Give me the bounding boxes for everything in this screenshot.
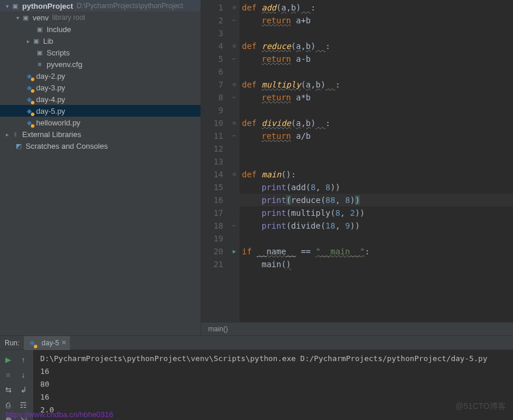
tree-project-root[interactable]: ▾ ▣ pythonProject D:\PycharmProjects\pyt…: [0, 0, 201, 12]
python-file-icon: ◆: [24, 71, 34, 80]
tree-file[interactable]: ◆day-5.py: [0, 105, 201, 117]
tree-file[interactable]: ◆day-4.py: [0, 93, 201, 105]
run-toolbar: ▶ ↑ ■ ↓ ⇆ ↲ ⎙ ☶ 🗑 ⇲: [0, 350, 33, 420]
python-file-icon: ◆: [24, 118, 34, 127]
line-number-gutter[interactable]: 123456789101112131415161718192021: [201, 0, 229, 322]
library-icon: ⫴: [10, 130, 20, 139]
folder-icon: ▣: [35, 48, 44, 57]
tree-file[interactable]: ◆day-3.py: [0, 82, 201, 93]
run-panel-label: Run:: [0, 339, 24, 347]
soft-wrap-button[interactable]: ↲: [16, 383, 30, 397]
run-tab-bar: Run: ◆ day-5 ✕: [0, 336, 513, 350]
stop-button[interactable]: ■: [1, 368, 15, 382]
scroll-up-button[interactable]: ↑: [16, 352, 30, 366]
folder-icon: ▣: [35, 24, 44, 34]
python-file-icon: ◆: [24, 94, 34, 104]
project-name: pythonProject: [22, 2, 73, 10]
chevron-right-icon: ▸: [3, 131, 10, 138]
config-file-icon: ≡: [35, 60, 44, 69]
tree-pyvenv[interactable]: ≡ pyvenv.cfg: [0, 58, 201, 70]
editor-pane: 123456789101112131415161718192021 ⊖⌐⊖⌐⊖⌐…: [201, 0, 513, 335]
scratch-icon: ◩: [14, 141, 23, 150]
chevron-down-icon: ▾: [14, 15, 21, 21]
editor-breadcrumb[interactable]: main(): [201, 322, 513, 335]
chevron-right-icon: ▸: [24, 38, 31, 44]
project-tree[interactable]: ▾ ▣ pythonProject D:\PycharmProjects\pyt…: [0, 0, 201, 335]
project-path: D:\PycharmProjects\pythonProject: [76, 2, 183, 10]
tree-include[interactable]: ▣ Include: [0, 23, 201, 35]
tree-venv[interactable]: ▾ ▣ venv library root: [0, 12, 201, 23]
folder-icon: ▣: [10, 1, 20, 10]
folder-icon: ▣: [31, 36, 41, 46]
close-icon[interactable]: ✕: [61, 339, 66, 346]
tree-scripts[interactable]: ▣ Scripts: [0, 47, 201, 58]
run-tab[interactable]: ◆ day-5 ✕: [24, 336, 70, 350]
folder-icon: ▣: [21, 13, 30, 22]
python-icon: ◆: [27, 338, 37, 348]
python-file-icon: ◆: [24, 106, 34, 116]
run-tab-label: day-5: [41, 339, 59, 347]
chevron-down-icon: ▾: [3, 3, 10, 9]
export-button[interactable]: ☶: [16, 398, 30, 412]
run-tool-window: Run: ◆ day-5 ✕ ▶ ↑ ■ ↓ ⇆ ↲ ⎙ ☶ 🗑 ⇲ D:\Py…: [0, 335, 513, 420]
tree-lib[interactable]: ▸ ▣ Lib: [0, 35, 201, 47]
rerun-button[interactable]: ▶: [1, 352, 15, 366]
tree-file[interactable]: ◆helloworld.py: [0, 117, 201, 128]
tree-scratches[interactable]: ◩ Scratches and Consoles: [0, 140, 201, 152]
tree-external-libs[interactable]: ▸ ⫴ External Libraries: [0, 128, 201, 140]
pin-button[interactable]: ⇲: [16, 413, 30, 420]
print-button[interactable]: ⎙: [1, 398, 15, 412]
fold-gutter[interactable]: ⊖⌐⊖⌐⊖⌐⊖⌐⊖⌐▶: [229, 0, 240, 322]
run-console-output[interactable]: D:\PycharmProjects\pythonProject\venv\Sc…: [33, 350, 513, 420]
code-editor[interactable]: def add(a,b) : return a+bdef reduce(a,b)…: [240, 0, 513, 322]
python-file-icon: ◆: [24, 83, 34, 92]
layout-button[interactable]: ⇆: [1, 383, 15, 397]
tree-file[interactable]: ◆day-2.py: [0, 70, 201, 82]
trash-button[interactable]: 🗑: [1, 413, 15, 420]
scroll-down-button[interactable]: ↓: [16, 368, 30, 382]
